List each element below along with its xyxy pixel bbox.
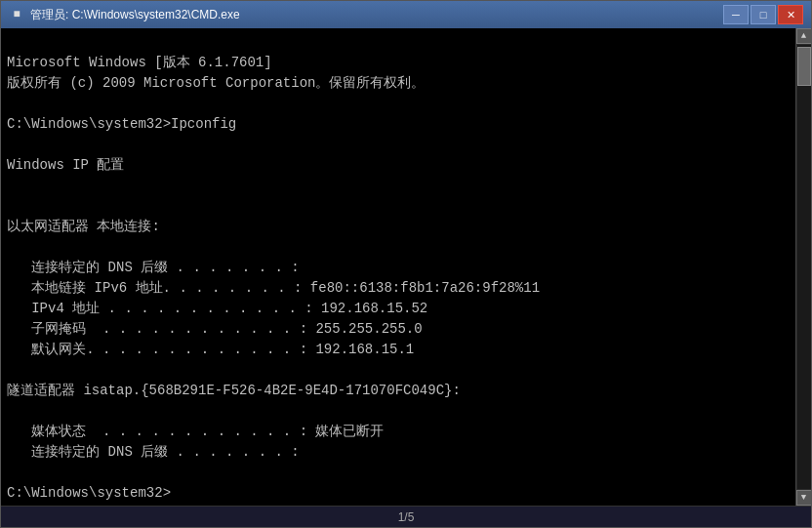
line-17: 隧道适配器 isatap.{568B291E-F526-4B2E-9E4D-17… xyxy=(7,383,461,398)
cmd-body: Microsoft Windows [版本 6.1.7601] 版权所有 (c)… xyxy=(1,28,811,506)
line-6: Windows IP 配置 xyxy=(7,157,124,173)
line-4: C:\Windows\system32>Ipconfig xyxy=(7,116,236,132)
scroll-down-button[interactable]: ▼ xyxy=(796,490,812,506)
terminal-output[interactable]: Microsoft Windows [版本 6.1.7601] 版权所有 (c)… xyxy=(1,28,795,506)
line-20: 连接特定的 DNS 后缀 . . . . . . . : xyxy=(7,444,300,460)
status-bar: 1/5 xyxy=(1,506,811,527)
scrollbar-track[interactable] xyxy=(797,45,811,489)
line-11: 连接特定的 DNS 后缀 . . . . . . . : xyxy=(7,260,300,275)
line-12: 本地链接 IPv6 地址. . . . . . . . : fe80::6138… xyxy=(7,280,540,296)
scroll-up-button[interactable]: ▲ xyxy=(796,28,812,44)
line-13: IPv4 地址 . . . . . . . . . . . . : 192.16… xyxy=(7,301,427,316)
line-2: 版权所有 (c) 2009 Microsoft Corporation。保留所有… xyxy=(7,75,425,91)
line-15: 默认网关. . . . . . . . . . . . . : 192.168.… xyxy=(7,342,414,357)
window-title: 管理员: C:\Windows\system32\CMD.exe xyxy=(30,7,723,23)
page-indicator: 1/5 xyxy=(398,510,415,524)
line-14: 子网掩码 . . . . . . . . . . . . : 255.255.2… xyxy=(7,321,423,337)
window-controls: ─ □ ✕ xyxy=(723,5,803,24)
line-19: 媒体状态 . . . . . . . . . . . . : 媒体已断开 xyxy=(7,424,384,439)
maximize-button[interactable]: □ xyxy=(751,5,776,24)
scrollbar[interactable]: ▲ ▼ xyxy=(795,28,811,506)
window-icon: ■ xyxy=(9,7,24,22)
scrollbar-thumb[interactable] xyxy=(797,47,811,86)
cmd-window: ■ 管理员: C:\Windows\system32\CMD.exe ─ □ ✕… xyxy=(0,0,812,528)
title-bar: ■ 管理员: C:\Windows\system32\CMD.exe ─ □ ✕ xyxy=(1,1,811,28)
minimize-button[interactable]: ─ xyxy=(723,5,749,24)
line-9: 以太网适配器 本地连接: xyxy=(7,219,160,234)
line-1: Microsoft Windows [版本 6.1.7601] xyxy=(7,55,272,70)
close-button[interactable]: ✕ xyxy=(778,5,803,24)
line-22: C:\Windows\system32> xyxy=(7,485,171,501)
